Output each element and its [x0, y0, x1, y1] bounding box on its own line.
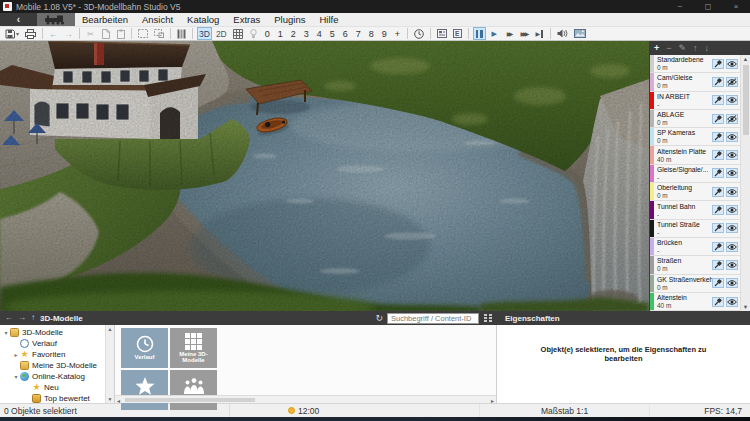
tile-meine-3d-modelle[interactable]: Meine 3D-Modelle [170, 328, 217, 368]
print-button[interactable] [23, 27, 38, 40]
fast-forward-button[interactable]: ▶▶ [503, 27, 516, 40]
layer-pin-button[interactable] [712, 297, 724, 307]
tree-item-top-bewertet[interactable]: Top bewertet [0, 393, 105, 403]
expand-chevron[interactable]: ▸ [12, 351, 20, 358]
nav-forward-button[interactable]: → [18, 314, 26, 322]
layer-visibility-button[interactable] [726, 150, 738, 160]
select-region-button[interactable] [136, 27, 150, 40]
layer-scrollbar[interactable]: ▲ ▼ [740, 55, 750, 311]
layer-row[interactable]: IN ARBEIT - [650, 92, 740, 110]
layer-visibility-button[interactable] [726, 95, 738, 105]
expand-chevron[interactable]: ▾ [12, 373, 20, 380]
catalog-horizontal-scrollbar[interactable]: ◂ ▸ [115, 395, 496, 403]
layer-row[interactable]: GK Straßenverkehr 0 m [650, 275, 740, 293]
undo-button[interactable]: ← [47, 27, 60, 40]
edit-layer-button[interactable]: ✎ [679, 44, 687, 53]
search-input[interactable] [387, 313, 479, 324]
event-list-button[interactable] [435, 27, 449, 40]
layer-visibility-button[interactable] [726, 260, 738, 270]
nav-back-button[interactable]: ← [5, 314, 13, 322]
layer-pin-button[interactable] [712, 114, 724, 124]
layer-visibility-button[interactable] [726, 205, 738, 215]
layer-visibility-button[interactable] [726, 59, 738, 69]
file-menu-train-icon[interactable] [37, 13, 75, 26]
tree-item-neu[interactable]: ★ Neu [0, 382, 105, 393]
tree-item-favoriten[interactable]: ▸ ★ Favoriten [0, 349, 105, 360]
layer-visibility-button[interactable] [726, 168, 738, 178]
layer-pin-button[interactable] [712, 150, 724, 160]
scroll-left-arrow[interactable]: ◂ [117, 397, 120, 404]
layer-visibility-button[interactable] [726, 278, 738, 288]
minimize-button[interactable]: − [666, 0, 694, 13]
tree-item-meine-3d-modelle[interactable]: Meine 3D-Modelle [0, 360, 105, 371]
sound-button[interactable] [555, 27, 570, 40]
redo-button[interactable]: → [62, 27, 75, 40]
layer-row[interactable]: Gleise/Signale/... - [650, 165, 740, 183]
layer-visibility-button[interactable] [726, 132, 738, 142]
layer-row[interactable]: ABLAGE 0 m [650, 110, 740, 128]
layer-row[interactable]: Altenstein Platte 40 m [650, 146, 740, 164]
camera-number-button[interactable]: 8 [366, 27, 377, 40]
cut-button[interactable]: ✂ [84, 27, 97, 40]
tile-verlauf[interactable]: Verlauf [121, 328, 168, 368]
layer-pin-button[interactable] [712, 187, 724, 197]
move-layer-up-button[interactable]: ↑ [693, 44, 698, 53]
scrollbar-thumb[interactable] [125, 398, 255, 403]
camera-number-button[interactable]: 0 [262, 27, 273, 40]
scroll-right-arrow[interactable]: ▸ [491, 397, 494, 404]
tree-item-3d-modelle[interactable]: ▾ 3D-Modelle [0, 327, 105, 338]
layer-visibility-button[interactable] [726, 242, 738, 252]
camera-number-button[interactable]: 6 [340, 27, 351, 40]
layer-pin-button[interactable] [712, 205, 724, 215]
skip-end-button[interactable]: ▶ [533, 27, 546, 40]
menu-item[interactable]: Plugins [267, 13, 312, 26]
scroll-down-arrow[interactable]: ▼ [741, 304, 750, 310]
layer-row[interactable]: Altenstein 40 m [650, 293, 740, 311]
select-add-button[interactable] [152, 27, 166, 40]
expand-chevron[interactable]: ▾ [2, 329, 10, 336]
remove-layer-button[interactable]: − [666, 44, 671, 53]
camera-number-button[interactable]: 3 [301, 27, 312, 40]
scroll-down-arrow[interactable]: ▼ [106, 396, 114, 402]
close-button[interactable]: × [722, 0, 750, 13]
camera-number-button[interactable]: 7 [353, 27, 364, 40]
layer-visibility-button[interactable] [726, 297, 738, 307]
tile-favoriten[interactable]: Favoriten [121, 370, 168, 410]
layers-button[interactable] [175, 27, 188, 40]
layer-pin-button[interactable] [712, 132, 724, 142]
view-2d-button[interactable]: 2D [214, 27, 229, 40]
move-layer-down-button[interactable]: ↓ [705, 44, 710, 53]
layer-row[interactable]: Tunnel Straße - [650, 220, 740, 238]
tree-item-verlauf[interactable]: Verlauf [0, 338, 105, 349]
maximize-button[interactable]: ◻ [694, 0, 722, 13]
light-toggle-button[interactable] [247, 27, 260, 40]
layer-pin-button[interactable] [712, 223, 724, 233]
scroll-up-arrow[interactable]: ▲ [741, 56, 750, 62]
view-3d-button[interactable]: 3D [197, 27, 212, 40]
pause-button[interactable] [473, 27, 486, 40]
camera-number-button[interactable]: 9 [379, 27, 390, 40]
viewport-3d[interactable] [0, 41, 649, 311]
scroll-up-arrow[interactable]: ▲ [106, 326, 114, 332]
timer-button[interactable] [412, 27, 426, 40]
tree-scrollbar[interactable]: ▲ ▼ [105, 325, 114, 403]
save-dropdown-caret[interactable]: ▾ [16, 30, 19, 37]
add-camera-button[interactable]: + [392, 27, 403, 40]
layer-pin-button[interactable] [712, 95, 724, 105]
layer-row[interactable]: Cam/Gleise 0 m [650, 73, 740, 91]
layer-row[interactable]: Tunnel Bahn - [650, 201, 740, 219]
refresh-icon[interactable]: ↻ [375, 314, 383, 323]
layer-row[interactable]: SP Kameras 0 m [650, 128, 740, 146]
layer-pin-button[interactable] [712, 59, 724, 69]
paste-button[interactable] [114, 27, 127, 40]
menu-item[interactable]: Ansicht [135, 13, 180, 26]
layer-row[interactable]: Standardebene 0 m [650, 55, 740, 73]
layer-visibility-button[interactable] [726, 77, 738, 87]
scrollbar-thumb[interactable] [743, 65, 749, 135]
screenshot-button[interactable] [572, 27, 588, 40]
layer-pin-button[interactable] [712, 77, 724, 87]
add-layer-button[interactable]: + [654, 44, 659, 53]
tile-online-katalog[interactable]: Online-Katalog [170, 370, 217, 410]
layer-visibility-button[interactable] [726, 187, 738, 197]
menu-item[interactable]: Katalog [180, 13, 226, 26]
